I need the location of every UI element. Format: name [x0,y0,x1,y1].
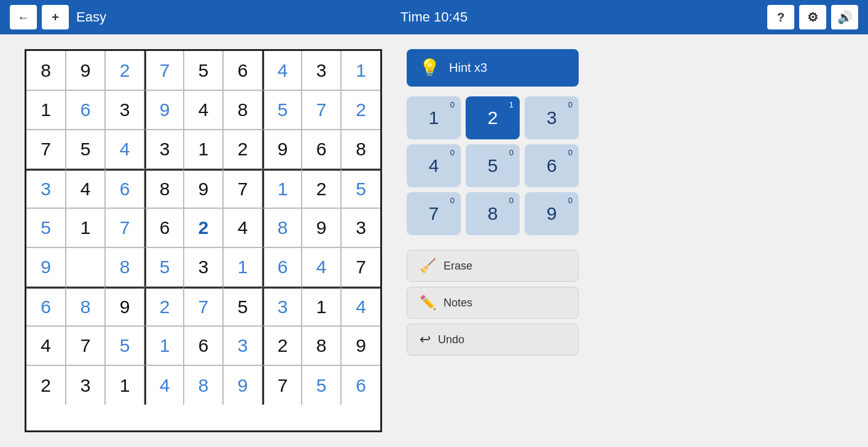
cell-6-5[interactable]: 5 [223,287,262,326]
cell-7-6[interactable]: 2 [262,326,302,365]
cell-6-6[interactable]: 3 [262,287,302,326]
cell-6-0[interactable]: 6 [26,287,66,326]
cell-1-5[interactable]: 8 [223,90,262,130]
numpad-btn-7[interactable]: 70 [407,192,461,235]
cell-7-7[interactable]: 8 [302,326,341,365]
cell-6-7[interactable]: 1 [302,287,341,326]
cell-1-4[interactable]: 4 [184,90,223,130]
cell-0-5[interactable]: 6 [223,51,262,90]
cell-1-6[interactable]: 5 [262,90,302,130]
erase-button[interactable]: 🧹 Erase [407,250,579,282]
cell-2-1[interactable]: 5 [66,130,105,169]
cell-1-0[interactable]: 1 [26,90,66,130]
cell-2-5[interactable]: 2 [223,130,262,169]
cell-1-1[interactable]: 6 [66,90,105,130]
cell-0-1[interactable]: 9 [66,51,105,90]
cell-6-4[interactable]: 7 [184,287,223,326]
cell-4-4[interactable]: 2 [184,208,223,247]
numpad-btn-9[interactable]: 90 [525,192,579,235]
settings-button[interactable]: ⚙ [799,5,826,29]
cell-5-3[interactable]: 5 [144,247,184,287]
cell-5-0[interactable]: 9 [26,247,66,287]
cell-4-8[interactable]: 3 [341,208,380,247]
cell-8-3[interactable]: 4 [144,365,184,405]
cell-4-7[interactable]: 9 [302,208,341,247]
numpad-btn-1[interactable]: 10 [407,96,461,139]
cell-0-8[interactable]: 1 [341,51,380,90]
cell-8-6[interactable]: 7 [262,365,302,405]
cell-8-2[interactable]: 1 [105,365,144,405]
cell-3-1[interactable]: 4 [66,169,105,208]
cell-6-2[interactable]: 9 [105,287,144,326]
cell-5-4[interactable]: 3 [184,247,223,287]
cell-3-2[interactable]: 6 [105,169,144,208]
cell-8-4[interactable]: 8 [184,365,223,405]
hint-button[interactable]: 💡 Hint x3 [407,49,579,87]
cell-7-5[interactable]: 3 [223,326,262,365]
back-button[interactable]: ← [10,5,37,29]
cell-8-8[interactable]: 6 [341,365,380,405]
cell-2-8[interactable]: 8 [341,130,380,169]
cell-4-0[interactable]: 5 [26,208,66,247]
cell-2-6[interactable]: 9 [262,130,302,169]
cell-5-1[interactable] [66,247,105,287]
sudoku-grid[interactable]: 8927564311639485727543129683468971255176… [25,49,382,432]
cell-5-2[interactable]: 8 [105,247,144,287]
cell-7-1[interactable]: 7 [66,326,105,365]
numpad-btn-5[interactable]: 50 [466,144,520,187]
numpad-btn-6[interactable]: 60 [525,144,579,187]
cell-1-8[interactable]: 2 [341,90,380,130]
cell-4-5[interactable]: 4 [223,208,262,247]
cell-5-5[interactable]: 1 [223,247,262,287]
cell-7-4[interactable]: 6 [184,326,223,365]
cell-7-8[interactable]: 9 [341,326,380,365]
cell-8-5[interactable]: 9 [223,365,262,405]
cell-3-0[interactable]: 3 [26,169,66,208]
cell-3-6[interactable]: 1 [262,169,302,208]
cell-0-2[interactable]: 2 [105,51,144,90]
cell-4-1[interactable]: 1 [66,208,105,247]
cell-0-6[interactable]: 4 [262,51,302,90]
cell-3-5[interactable]: 7 [223,169,262,208]
cell-3-8[interactable]: 5 [341,169,380,208]
cell-2-2[interactable]: 4 [105,130,144,169]
undo-button[interactable]: ↩ Undo [407,324,579,356]
cell-6-1[interactable]: 8 [66,287,105,326]
cell-5-8[interactable]: 7 [341,247,380,287]
numpad-btn-4[interactable]: 40 [407,144,461,187]
cell-8-1[interactable]: 3 [66,365,105,405]
cell-4-2[interactable]: 7 [105,208,144,247]
numpad-btn-3[interactable]: 30 [525,96,579,139]
help-button[interactable]: ? [767,5,794,29]
cell-7-3[interactable]: 1 [144,326,184,365]
cell-7-0[interactable]: 4 [26,326,66,365]
cell-3-7[interactable]: 2 [302,169,341,208]
cell-3-4[interactable]: 9 [184,169,223,208]
cell-0-3[interactable]: 7 [144,51,184,90]
cell-3-3[interactable]: 8 [144,169,184,208]
numpad-btn-8[interactable]: 80 [466,192,520,235]
cell-2-7[interactable]: 6 [302,130,341,169]
cell-4-3[interactable]: 6 [144,208,184,247]
sound-button[interactable]: 🔊 [831,5,858,29]
cell-1-2[interactable]: 3 [105,90,144,130]
cell-0-4[interactable]: 5 [184,51,223,90]
cell-2-3[interactable]: 3 [144,130,184,169]
cell-2-0[interactable]: 7 [26,130,66,169]
cell-6-8[interactable]: 4 [341,287,380,326]
cell-8-7[interactable]: 5 [302,365,341,405]
cell-5-7[interactable]: 4 [302,247,341,287]
notes-button[interactable]: ✏️ Notes [407,287,579,319]
new-game-button[interactable]: + [42,5,69,29]
numpad-btn-2[interactable]: 21 [466,96,520,139]
cell-5-6[interactable]: 6 [262,247,302,287]
cell-0-0[interactable]: 8 [26,51,66,90]
cell-8-0[interactable]: 2 [26,365,66,405]
cell-2-4[interactable]: 1 [184,130,223,169]
cell-6-3[interactable]: 2 [144,287,184,326]
cell-1-7[interactable]: 7 [302,90,341,130]
cell-0-7[interactable]: 3 [302,51,341,90]
cell-4-6[interactable]: 8 [262,208,302,247]
cell-7-2[interactable]: 5 [105,326,144,365]
cell-1-3[interactable]: 9 [144,90,184,130]
